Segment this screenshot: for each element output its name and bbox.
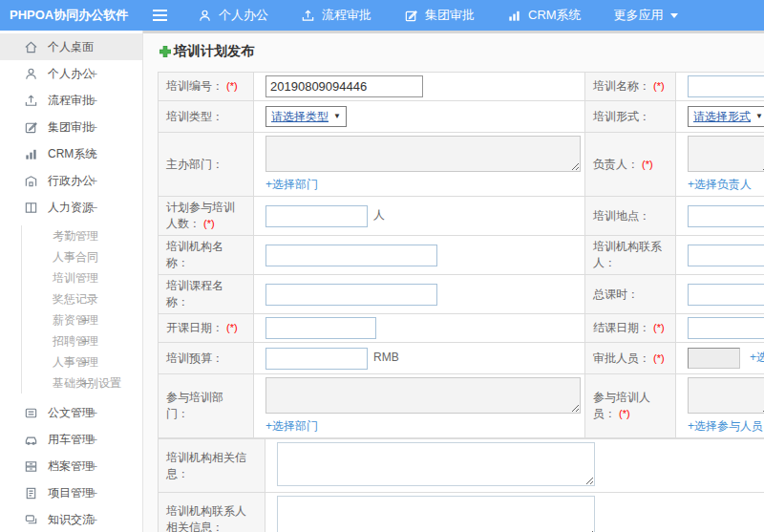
expand-plus-icon[interactable]: +	[81, 354, 89, 370]
location-input[interactable]	[688, 205, 764, 227]
org-info-textarea[interactable]	[277, 442, 595, 486]
sidebar-item-knowledge[interactable]: 知识交流 +	[0, 506, 142, 532]
field-label-budget: 培训预算：	[159, 343, 254, 374]
choose-leader-link[interactable]: +选择负责人	[688, 177, 752, 193]
submenu-item-personnel[interactable]: 人事管理 +	[22, 351, 142, 372]
training-name-input[interactable]	[688, 75, 764, 97]
required-mark: (*)	[653, 322, 665, 333]
expand-plus-icon[interactable]: +	[90, 458, 97, 474]
start-date-input[interactable]	[265, 317, 376, 339]
training-no-input[interactable]	[265, 75, 423, 97]
submenu-item-attendance[interactable]: 考勤管理	[22, 225, 142, 246]
training-type-select[interactable]: 请选择类型 ▼	[265, 106, 347, 127]
expand-plus-icon[interactable]: +	[90, 485, 97, 500]
sidebar-item-label: 流程审批	[48, 93, 94, 109]
budget-input[interactable]	[265, 348, 368, 370]
expand-plus-icon[interactable]: +	[90, 432, 97, 447]
label-text: 审批人员：	[593, 351, 650, 365]
choose-dept-link[interactable]: +选择部门	[265, 418, 318, 435]
expand-plus-icon[interactable]: +	[90, 93, 97, 108]
submenu-item-rewards[interactable]: 奖惩记录	[22, 288, 142, 309]
expand-plus-icon[interactable]: +	[90, 405, 97, 420]
choose-approver-link[interactable]: +选择审批人员	[750, 351, 764, 364]
field-label-training-type: 培训类型：	[159, 101, 254, 133]
sidebar-item-admin-office[interactable]: 行政办公 +	[0, 167, 142, 194]
nav-more-apps[interactable]: 更多应用	[598, 0, 694, 31]
sidebar-item-archives[interactable]: 档案管理 +	[0, 453, 142, 479]
submenu-item-label: 薪资管理	[53, 312, 98, 329]
submenu-item-hr-contract[interactable]: 人事合同	[22, 246, 142, 267]
expand-plus-icon[interactable]: +	[81, 333, 89, 349]
join-depts-box[interactable]	[265, 377, 581, 414]
approver-box[interactable]	[688, 348, 740, 369]
sidebar-item-workflow-approval[interactable]: 流程审批 +	[0, 87, 142, 114]
building-icon	[24, 174, 38, 188]
nav-crm-system[interactable]: CRM系统	[491, 0, 598, 31]
hamburger-icon	[153, 10, 167, 21]
course-name-input[interactable]	[265, 284, 437, 306]
caret-down-icon: ▼	[755, 113, 763, 120]
nav-workflow-approval[interactable]: 流程审批	[285, 0, 388, 31]
submenu-item-label: 招聘管理	[53, 333, 98, 350]
document-icon	[24, 406, 38, 420]
planned-count-input[interactable]	[265, 205, 368, 227]
label-text: 培训编号：	[166, 79, 223, 93]
sidebar-bottom-group: 公文管理 + 用车管理 + 档案管理 + 项目	[0, 399, 142, 532]
expand-plus-icon[interactable]: +	[90, 146, 97, 161]
expand-plus-icon[interactable]: +	[90, 173, 97, 188]
org-contact-info-textarea[interactable]	[277, 496, 595, 532]
required-mark: (*)	[226, 322, 238, 333]
join-people-box[interactable]	[688, 377, 764, 414]
sidebar-item-personal-desktop[interactable]: 个人桌面	[0, 33, 142, 60]
submenu-item-recruiting[interactable]: 招聘管理 +	[22, 330, 142, 351]
field-label-start-date: 开课日期：(*)	[159, 314, 254, 343]
field-cell	[676, 236, 764, 275]
expand-plus-icon[interactable]: +	[81, 375, 89, 391]
training-form-table: 培训编号：(*) 培训名称：(*) 培训类型： 请选择类型	[158, 72, 764, 438]
label-text: 培训机构名称：	[166, 240, 223, 269]
field-cell: 请选择形式 ▼	[676, 101, 764, 133]
bar-chart-icon	[24, 147, 38, 161]
nav-personal-office[interactable]: 个人办公	[181, 0, 285, 31]
choose-participants-link[interactable]: +选择参与人员	[688, 418, 763, 435]
person-icon	[24, 67, 38, 81]
training-form-select[interactable]: 请选择形式 ▼	[688, 106, 764, 127]
app-brand: PHPOA协同办公软件	[0, 7, 143, 24]
sidebar-item-documents[interactable]: 公文管理 +	[0, 399, 142, 426]
field-label-location: 培训地点：	[585, 197, 676, 236]
menu-toggle-button[interactable]	[143, 0, 176, 31]
field-label-approver: 审批人员：(*)	[585, 343, 676, 374]
top-nav: 个人办公 流程审批 集团审批 CRM系统 更多应用	[181, 0, 694, 31]
expand-plus-icon[interactable]: +	[81, 312, 89, 328]
sidebar-item-projects[interactable]: 项目管理 +	[0, 479, 142, 506]
sidebar-item-hr[interactable]: 人力资源 −	[0, 194, 142, 221]
label-text: 培训类型：	[166, 110, 223, 123]
field-label-training-name: 培训名称：(*)	[585, 73, 676, 101]
sidebar-item-personal-office[interactable]: 个人办公 +	[0, 60, 142, 87]
submenu-item-training[interactable]: 培训管理	[22, 267, 142, 288]
required-mark: (*)	[203, 218, 215, 229]
sidebar-item-vehicles[interactable]: 用车管理 +	[0, 426, 142, 453]
expand-plus-icon[interactable]: +	[90, 119, 97, 135]
leader-box[interactable]	[688, 136, 764, 172]
nav-label: 更多应用	[614, 7, 664, 24]
sidebar-item-group-approval[interactable]: 集团审批 +	[0, 114, 142, 140]
field-label-org-name: 培训机构名称：	[159, 236, 254, 275]
expand-plus-icon[interactable]: +	[90, 66, 97, 81]
end-date-input[interactable]	[688, 317, 764, 339]
field-label-org-info: 培训机构相关信息：	[159, 439, 265, 493]
label-text: 总课时：	[593, 287, 639, 301]
org-contact-input[interactable]	[688, 245, 764, 266]
host-dept-box[interactable]	[265, 136, 581, 172]
submenu-item-salary[interactable]: 薪资管理 +	[22, 309, 142, 330]
sidebar-item-crm-system[interactable]: CRM系统 +	[0, 140, 142, 167]
org-name-input[interactable]	[265, 245, 437, 266]
choose-dept-link[interactable]: +选择部门	[265, 177, 318, 193]
collapse-minus-icon[interactable]: −	[90, 200, 97, 215]
submenu-item-base-category[interactable]: 基础类别设置 +	[22, 372, 142, 394]
training-form-table-bottom: 培训机构相关信息： 培训机构联系人相关信息： 培训要求：	[158, 438, 764, 532]
expand-plus-icon[interactable]: +	[90, 512, 97, 527]
nav-group-approval[interactable]: 集团审批	[388, 0, 491, 31]
label-text: 培训预算：	[166, 351, 223, 365]
total-hours-input[interactable]	[688, 284, 764, 306]
